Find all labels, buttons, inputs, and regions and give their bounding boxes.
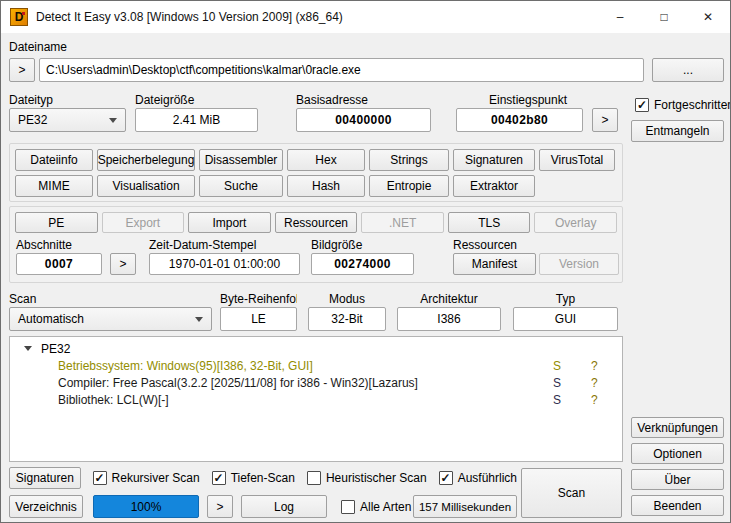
scan-results-tree: PE32 Betriebssystem: Windows(95)[I386, 3…: [9, 336, 623, 462]
signatures-button[interactable]: Signaturen: [9, 467, 81, 489]
checkbox-icon: ✓: [635, 98, 649, 112]
all-types-checkbox[interactable]: Alle Arten: [341, 500, 411, 514]
checkbox-icon: ✓: [212, 471, 226, 485]
window-controls: – □ ✕: [598, 1, 730, 33]
endianness-label: Byte-Reihenfolge: [220, 292, 297, 306]
title-bar: D Detect It Easy v3.08 [Windows 10 Versi…: [1, 1, 730, 33]
sections-field[interactable]: 0007: [16, 253, 102, 275]
deep-scan-checkbox[interactable]: ✓ Tiefen-Scan: [212, 471, 295, 485]
result-text: Compiler: Free Pascal(3.2.2 [2025/11/08]…: [58, 376, 418, 390]
advanced-checkbox[interactable]: ✓ Fortgeschritten: [635, 98, 731, 112]
fileinfo-button[interactable]: Dateiinfo: [15, 149, 93, 171]
directory-button[interactable]: Verzeichnis: [9, 495, 83, 518]
hash-button[interactable]: Hash: [287, 175, 365, 197]
expand-arrow-icon[interactable]: [24, 346, 32, 351]
visualisation-button[interactable]: Visualisation: [97, 175, 195, 197]
filetype-combobox[interactable]: PE32: [9, 108, 126, 132]
tree-row[interactable]: Betriebssystem: Windows(95)[I386, 32-Bit…: [10, 357, 622, 374]
search-button[interactable]: Suche: [199, 175, 283, 197]
maximize-button[interactable]: □: [642, 1, 686, 33]
info-link[interactable]: ?: [591, 359, 598, 373]
minimize-button[interactable]: –: [598, 1, 642, 33]
checkbox-label: Alle Arten: [360, 500, 411, 514]
timestamp-field[interactable]: 1970-01-01 01:00:00: [149, 253, 300, 275]
scan-label: Scan: [9, 292, 36, 306]
scan-mode-combobox[interactable]: Automatisch: [9, 307, 212, 331]
endianness-field[interactable]: LE: [220, 307, 297, 331]
tree-root-label: PE32: [41, 342, 70, 356]
resources-button[interactable]: Ressourcen: [275, 212, 358, 233]
about-button[interactable]: Über: [631, 469, 724, 490]
signature-link[interactable]: S: [553, 376, 561, 390]
version-button: Version: [539, 253, 619, 275]
log-button[interactable]: Log: [241, 495, 327, 518]
type-label: Typ: [513, 292, 618, 306]
entropy-button[interactable]: Entropie: [369, 175, 449, 197]
verbose-checkbox[interactable]: ✓ Ausführlich: [439, 471, 517, 485]
timestamp-label: Zeit-Datum-Stempel: [149, 238, 256, 252]
checkbox-icon: ✓: [439, 471, 453, 485]
filename-label: Dateiname: [9, 40, 67, 54]
heuristic-scan-checkbox[interactable]: Heuristischer Scan: [307, 471, 427, 485]
result-text: Bibliothek: LCL(W)[-]: [58, 393, 169, 407]
mime-button[interactable]: MIME: [15, 175, 93, 197]
recursive-scan-checkbox[interactable]: ✓ Rekursiver Scan: [93, 471, 200, 485]
image-size-field[interactable]: 00274000: [311, 253, 414, 275]
entry-point-goto-button[interactable]: >: [592, 108, 618, 132]
arch-label: Architektur: [397, 292, 501, 306]
signature-link[interactable]: S: [553, 393, 561, 407]
mode-field[interactable]: 32-Bit: [308, 307, 386, 331]
manifest-button[interactable]: Manifest: [453, 253, 536, 275]
checkbox-label: Tiefen-Scan: [231, 471, 295, 485]
export-button: Export: [102, 212, 185, 233]
pe-button[interactable]: PE: [15, 212, 98, 233]
arch-field[interactable]: I386: [397, 307, 501, 331]
scan-button[interactable]: Scan: [521, 468, 622, 518]
dotnet-button: .NET: [361, 212, 444, 233]
tree-row[interactable]: Compiler: Free Pascal(3.2.2 [2025/11/08]…: [10, 374, 622, 391]
tree-root-row[interactable]: PE32: [10, 340, 622, 357]
info-link[interactable]: ?: [591, 393, 598, 407]
shortcuts-button[interactable]: Verknüpfungen: [631, 417, 724, 438]
memory-map-button[interactable]: Speicherbelegung: [97, 149, 195, 171]
info-link[interactable]: ?: [591, 376, 598, 390]
checkbox-icon: ✓: [93, 471, 107, 485]
progress-goto-button[interactable]: >: [207, 495, 233, 518]
exit-button[interactable]: Beenden: [631, 495, 724, 516]
strings-button[interactable]: Strings: [369, 149, 449, 171]
close-button[interactable]: ✕: [686, 1, 730, 33]
pe-panel: PE Export Import Ressourcen .NET TLS Ove…: [9, 206, 623, 283]
file-open-button[interactable]: >: [9, 58, 35, 82]
import-button[interactable]: Import: [188, 212, 271, 233]
browse-button[interactable]: ...: [652, 58, 724, 82]
type-field[interactable]: GUI: [513, 307, 618, 331]
extractor-button[interactable]: Extraktor: [453, 175, 535, 197]
tree-row[interactable]: Bibliothek: LCL(W)[-] S ?: [10, 391, 622, 408]
demangle-button[interactable]: Entmangeln: [631, 120, 724, 142]
app-window: D Detect It Easy v3.08 [Windows 10 Versi…: [0, 0, 731, 523]
bottom-options-row2: Verzeichnis 100% > Log Alle Arten 157 Mi…: [9, 495, 517, 518]
disassembler-button[interactable]: Disassembler: [199, 149, 283, 171]
base-address-label: Basisadresse: [296, 93, 368, 107]
options-button[interactable]: Optionen: [631, 443, 724, 464]
hex-button[interactable]: Hex: [287, 149, 365, 171]
filesize-field[interactable]: 2.41 MiB: [135, 108, 258, 132]
virustotal-button[interactable]: VirusTotal: [539, 149, 615, 171]
sections-goto-button[interactable]: >: [110, 253, 136, 275]
scan-mode-value: Automatisch: [18, 312, 84, 326]
file-path-input[interactable]: [39, 58, 644, 82]
scan-progress-bar: 100%: [93, 495, 199, 518]
filesize-label: Dateigröße: [135, 93, 194, 107]
base-address-field[interactable]: 00400000: [296, 108, 431, 132]
checkbox-label: Ausführlich: [458, 471, 517, 485]
overlay-button: Overlay: [534, 212, 617, 233]
tools-panel: Dateiinfo Speicherbelegung Disassembler …: [9, 143, 623, 202]
dropdown-arrow-icon: [109, 118, 117, 123]
signature-link[interactable]: S: [553, 359, 561, 373]
entry-point-field[interactable]: 00402b80: [456, 108, 583, 132]
signatures-viewer-button[interactable]: Signaturen: [453, 149, 535, 171]
tls-button[interactable]: TLS: [448, 212, 531, 233]
app-icon-dot: [22, 12, 25, 15]
result-text: Betriebssystem: Windows(95)[I386, 32-Bit…: [58, 359, 313, 373]
sections-label: Abschnitte: [16, 238, 72, 252]
